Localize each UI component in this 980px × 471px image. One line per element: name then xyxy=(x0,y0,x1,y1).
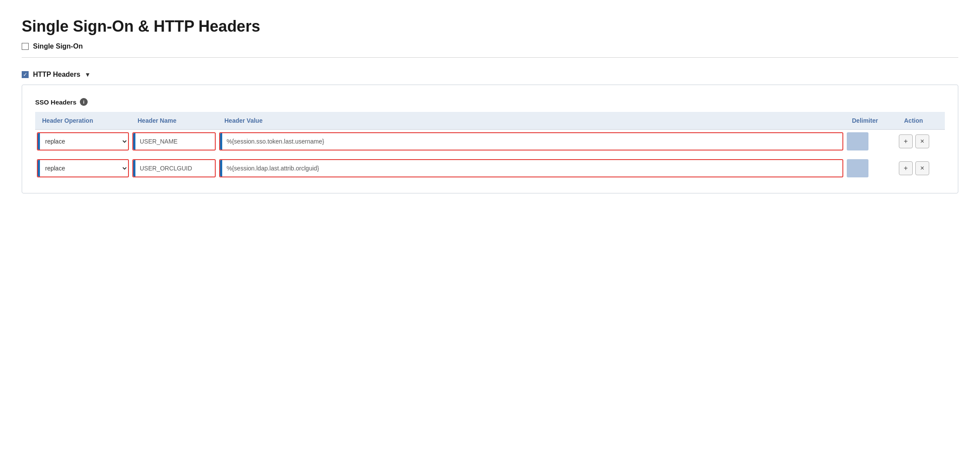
col-header-operation: Header Operation xyxy=(35,112,131,130)
sso-label: Single Sign-On xyxy=(33,43,83,50)
col-header-value: Header Value xyxy=(217,112,845,130)
header-name-input-2[interactable] xyxy=(135,160,215,177)
header-name-input-1[interactable] xyxy=(135,133,215,150)
http-headers-checkbox[interactable]: ✓ xyxy=(22,71,29,78)
add-row-button-1[interactable]: + xyxy=(899,134,913,148)
sso-headers-label: SSO Headers xyxy=(35,98,76,106)
operation-select-1[interactable]: replaceinsertdelete xyxy=(40,133,128,150)
table-row: replaceinsertdelete + × xyxy=(35,157,945,180)
sso-checkbox[interactable] xyxy=(22,43,29,50)
col-header-name: Header Name xyxy=(131,112,217,130)
sso-headers-table: Header Operation Header Name Header Valu… xyxy=(35,112,945,180)
table-header-row: Header Operation Header Name Header Valu… xyxy=(35,112,945,130)
action-buttons-1: + × xyxy=(899,134,943,148)
sso-section: Single Sign-On xyxy=(22,43,958,50)
header-value-input-1[interactable] xyxy=(222,133,842,150)
operation-select-2[interactable]: replaceinsertdelete xyxy=(40,160,128,177)
http-headers-label: HTTP Headers xyxy=(33,71,80,78)
delimiter-box-2 xyxy=(847,159,868,177)
sso-headers-title: SSO Headers i xyxy=(35,98,945,106)
http-headers-header: ✓ HTTP Headers ▼ xyxy=(22,71,958,78)
add-row-button-2[interactable]: + xyxy=(899,161,913,175)
table-row: replaceinsertdelete + × xyxy=(35,130,945,154)
col-action: Action xyxy=(897,112,945,130)
header-value-input-2[interactable] xyxy=(222,160,842,177)
delimiter-box-1 xyxy=(847,132,868,150)
chevron-down-icon[interactable]: ▼ xyxy=(85,71,91,78)
action-buttons-2: + × xyxy=(899,161,943,175)
info-icon[interactable]: i xyxy=(80,98,88,106)
http-headers-box: SSO Headers i Header Operation Header Na… xyxy=(22,85,958,193)
remove-row-button-1[interactable]: × xyxy=(915,134,929,148)
col-delimiter: Delimiter xyxy=(845,112,897,130)
http-headers-section: ✓ HTTP Headers ▼ SSO Headers i Header Op… xyxy=(22,71,958,193)
remove-row-button-2[interactable]: × xyxy=(915,161,929,175)
page-title: Single Sign-On & HTTP Headers xyxy=(22,17,958,36)
section-divider xyxy=(22,57,958,58)
